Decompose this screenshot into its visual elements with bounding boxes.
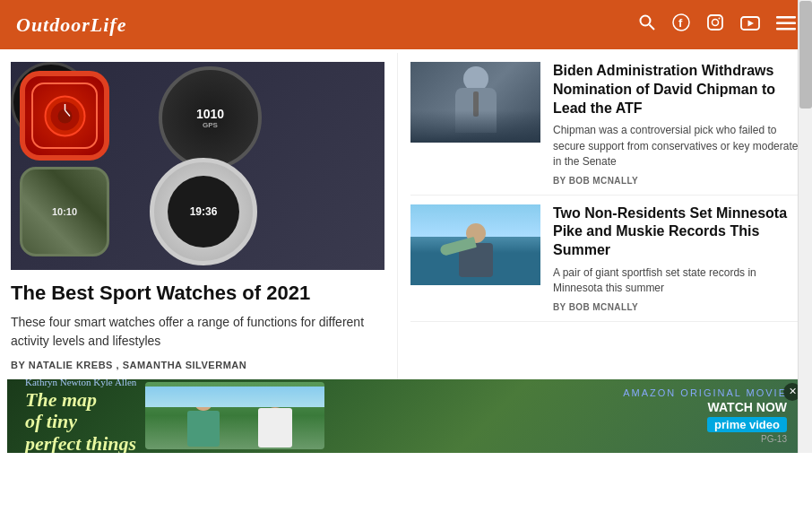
ad-right: AMAZON ORIGINAL MOVIE WATCH NOW prime vi… — [623, 387, 787, 444]
watch-white: 19:36 — [150, 158, 257, 265]
ad-platform: AMAZON ORIGINAL MOVIE — [623, 387, 787, 398]
watch-collage: 1010 GPS 10:10 19:36 — [11, 62, 384, 270]
scrollbar[interactable] — [798, 0, 812, 453]
advertisement-banner: Kathryn Newton Kyle Allen The map of tin… — [7, 379, 805, 453]
search-icon[interactable] — [638, 13, 656, 36]
article-title-chipman[interactable]: Biden Administration Withdraws Nominatio… — [553, 62, 805, 117]
svg-rect-11 — [776, 28, 796, 30]
svg-point-13 — [50, 101, 79, 130]
featured-title[interactable]: The Best Sport Watches of 2021 — [11, 281, 384, 306]
article-desc-chipman: Chipman was a controversial pick who fai… — [553, 123, 805, 169]
svg-point-6 — [719, 18, 721, 20]
ad-rating: PG-13 — [623, 434, 787, 444]
article-card-fishing[interactable]: Two Non-Residents Set Minnesota Pike and… — [410, 195, 805, 322]
site-logo[interactable]: OutdoorLife — [16, 13, 126, 37]
watch-camo: 10:10 — [20, 167, 109, 256]
svg-text:f: f — [678, 16, 683, 30]
featured-article-image[interactable]: 1010 GPS 10:10 19:36 — [11, 62, 384, 270]
article-thumb-fishing — [410, 204, 540, 285]
svg-line-1 — [650, 25, 655, 30]
site-header: OutdoorLife f — [0, 0, 812, 49]
ad-cta[interactable]: WATCH NOW — [623, 400, 787, 414]
scrollbar-thumb[interactable] — [799, 1, 812, 109]
article-desc-fishing: A pair of giant sportfish set state reco… — [553, 265, 805, 297]
instagram-icon[interactable] — [706, 13, 724, 36]
prime-badge[interactable]: prime video — [707, 417, 787, 432]
hamburger-menu-icon[interactable] — [776, 14, 796, 35]
svg-point-0 — [641, 16, 651, 26]
facebook-icon[interactable]: f — [672, 13, 690, 36]
article-thumb-chipman — [410, 62, 540, 143]
watch-red — [20, 71, 109, 161]
svg-marker-8 — [748, 21, 755, 27]
svg-rect-10 — [776, 22, 796, 25]
articles-sidebar: Biden Administration Withdraws Nominatio… — [397, 53, 805, 379]
ad-subtitle: The map of tiny perfect things — [25, 389, 136, 452]
svg-point-5 — [713, 20, 719, 26]
svg-point-12 — [45, 96, 84, 135]
svg-rect-9 — [776, 16, 796, 19]
article-card-chipman[interactable]: Biden Administration Withdraws Nominatio… — [410, 58, 805, 195]
watch-black: 1010 GPS — [159, 66, 262, 169]
article-byline-chipman: BY BOB MCNALLY — [553, 176, 805, 186]
featured-article: 1010 GPS 10:10 19:36 — [7, 53, 397, 379]
svg-line-16 — [65, 110, 70, 117]
svg-rect-4 — [708, 15, 722, 30]
content-area: 1010 GPS 10:10 19:36 — [7, 49, 805, 379]
article-info-fishing: Two Non-Residents Set Minnesota Pike and… — [553, 204, 805, 312]
featured-byline: BY NATALIE KREBS , SAMANTHA SILVERMAN — [11, 360, 384, 370]
ad-cast: Kathryn Newton Kyle Allen — [25, 379, 136, 388]
ad-text-left: Kathryn Newton Kyle Allen The map of tin… — [25, 379, 136, 453]
article-byline-fishing: BY BOB MCNALLY — [553, 302, 805, 312]
article-title-fishing[interactable]: Two Non-Residents Set Minnesota Pike and… — [553, 204, 805, 260]
header-icons: f — [638, 13, 796, 36]
svg-point-14 — [57, 109, 72, 123]
featured-description: These four smart watches offer a range o… — [11, 313, 384, 351]
youtube-icon[interactable] — [740, 14, 760, 35]
article-info-chipman: Biden Administration Withdraws Nominatio… — [553, 62, 805, 186]
